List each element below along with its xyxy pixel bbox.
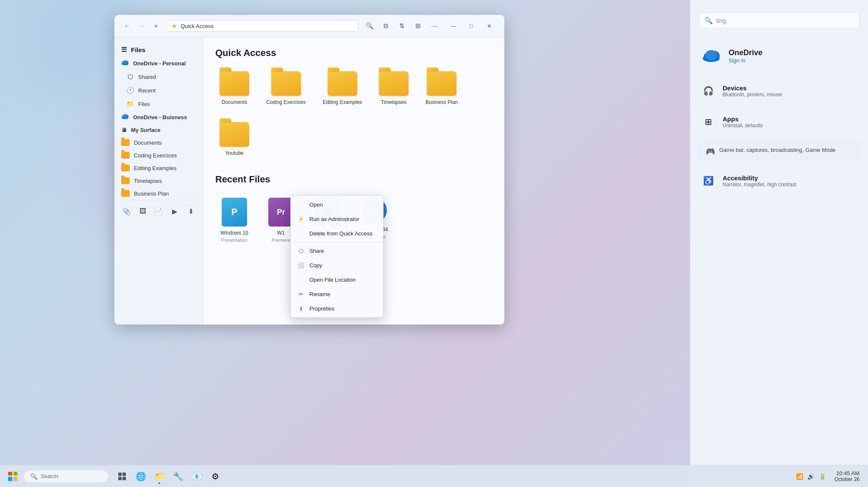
folder-timelapses-icon (121, 177, 130, 184)
folder-item-businessplan[interactable]: Business Plan (421, 67, 462, 109)
onedrive-subtitle[interactable]: Sign in (729, 57, 762, 64)
sidebar-folder-editing[interactable]: Editing Examples (114, 162, 203, 174)
wifi-icon: 📶 (796, 473, 803, 480)
sidebar-onedrive-personal[interactable]: OneDrive - Personal (114, 57, 203, 70)
forward-button[interactable]: → (136, 20, 147, 32)
context-menu-rename[interactable]: ✏ Rename (291, 287, 383, 301)
file-item-windows10[interactable]: P Windows 10 Presentation (215, 193, 253, 247)
folder-documents-icon (121, 139, 130, 146)
settings-search-bar[interactable]: 🔍 ting (699, 13, 860, 28)
new-tab-button[interactable]: + (150, 20, 162, 32)
copy-path-button[interactable]: ⧉ (379, 19, 392, 33)
onedrive-business-label: OneDrive - Buisness (133, 114, 187, 120)
sidebar-item-files[interactable]: 📁 Files (114, 97, 203, 111)
taskbar-system-icons: 📶 🔊 🔋 (796, 473, 826, 480)
folder-item-documents[interactable]: Documents (215, 67, 253, 109)
settings-apps[interactable]: ⊞ Apps Uninstall, defaults (690, 106, 868, 137)
recent-label: Recent (138, 87, 156, 94)
folder-editing-label-main: Editing Examples (323, 99, 362, 105)
taskbar-app-settings[interactable]: ⚙ (207, 468, 224, 485)
folder-item-coding[interactable]: Coding Exercices (262, 67, 310, 109)
sort-button[interactable]: ⇅ (395, 19, 409, 33)
sidebar-toolbar-btn-2[interactable]: 📄 (153, 204, 165, 218)
file-w1-label: W1 (277, 230, 285, 236)
folder-timelapses-label-main: Timelapses (381, 99, 407, 105)
taskbar-app-files[interactable]: 📁 (151, 468, 168, 485)
taskbar-clock[interactable]: 10:45 AM October 26 (831, 468, 863, 484)
taskbar-app-edge[interactable]: 🌐 (132, 468, 149, 485)
onedrive-signin-section[interactable]: OneDrive Sign in (690, 37, 868, 76)
sidebar-folder-coding[interactable]: Coding Exercices (114, 149, 203, 162)
file-windows10-sublabel: Presentation (221, 238, 248, 243)
taskbar-app-store[interactable]: 🔧 (170, 468, 186, 485)
svg-rect-14 (118, 477, 122, 480)
sidebar-header[interactable]: ☰ Files (114, 42, 203, 57)
context-menu-run-admin[interactable]: ⚡ Run as Adminstrator (291, 212, 383, 226)
settings-accessibility[interactable]: ♿ Accesibility Narrator, magnifier, high… (690, 165, 868, 196)
context-menu-open[interactable]: Open (291, 197, 383, 212)
folder-editing-icon (121, 165, 130, 171)
battery-icon: 🔋 (819, 473, 826, 480)
context-menu-share[interactable]: ⬡ Share (291, 244, 383, 258)
folder-item-youtube[interactable]: Youtube (215, 118, 253, 160)
more-options-button[interactable]: ⋯ (427, 19, 441, 33)
context-menu-copy[interactable]: ⬜ Copy (291, 258, 383, 272)
folder-documents-label: Documents (134, 140, 162, 146)
svg-point-7 (122, 60, 127, 64)
address-bar[interactable]: ★ Quick Access (166, 20, 359, 32)
taskbar-time: 10:45 AM (835, 470, 860, 476)
sidebar-onedrive-business[interactable]: OneDrive - Buisness (114, 111, 203, 124)
sidebar-toolbar-btn-4[interactable]: ⬇ (184, 204, 197, 218)
search-button[interactable]: 🔍 (363, 19, 376, 33)
volume-icon: 🔊 (807, 473, 815, 480)
file-w1-sublabel: Premiere (272, 238, 291, 243)
onedrive-icon (701, 45, 722, 67)
files-label: Files (138, 101, 150, 107)
folders-grid: Documents Coding Exercices Editing Examp… (215, 67, 492, 160)
sidebar-my-surface[interactable]: 🖥 My Surface (114, 124, 203, 136)
sidebar-folder-timelapses[interactable]: Timelapses (114, 174, 203, 187)
sidebar-toolbar-btn-0[interactable]: 📎 (120, 204, 133, 218)
copy-icon: ⬜ (298, 262, 304, 269)
accessibility-text: Accesibility Narrator, magnifier, high c… (723, 174, 796, 188)
accessibility-title: Accesibility (723, 174, 796, 182)
folder-item-editing[interactable]: Editing Examples (318, 67, 366, 109)
close-button[interactable]: ✕ (481, 19, 498, 33)
settings-search-text: ting (716, 17, 726, 24)
gaming-icon: 🎮 (706, 147, 715, 156)
taskbar-search-text: Search (41, 473, 58, 479)
view-button[interactable]: ⊞ (411, 19, 425, 33)
win-logo-cell-2 (14, 472, 18, 476)
context-menu-divider (291, 242, 383, 242)
taskbar-app-multitasking[interactable] (114, 468, 131, 485)
sidebar-item-recent[interactable]: 🕐 Recent (114, 84, 203, 97)
sidebar-toolbar-btn-1[interactable]: 🖼 (136, 204, 149, 218)
context-copy-label: Copy (309, 262, 322, 269)
my-surface-label: My Surface (131, 127, 160, 133)
hamburger-icon: ☰ (121, 46, 127, 53)
folder-editing-icon-lg (328, 71, 357, 96)
taskbar-search-bar[interactable]: 🔍 Search (24, 470, 108, 483)
start-button[interactable] (5, 469, 20, 484)
folder-item-timelapses[interactable]: Timelapses (375, 67, 413, 109)
my-surface-icon: 🖥 (121, 127, 127, 133)
back-button[interactable]: ← (121, 20, 133, 32)
sidebar-folder-documents[interactable]: Documents (114, 136, 203, 149)
apps-title: Apps (723, 115, 763, 123)
win-logo-cell-3 (8, 477, 12, 481)
pptx-letter: P (231, 207, 238, 218)
context-menu-open-location[interactable]: Open File Location (291, 272, 383, 287)
sidebar-folder-business[interactable]: Business Plan (114, 187, 203, 200)
context-menu-properties[interactable]: ℹ Propreties (291, 301, 383, 316)
sidebar: ☰ Files OneDrive - Personal (114, 37, 203, 325)
taskbar-app-mail[interactable]: 📧 (188, 468, 205, 485)
folder-timelapses-label: Timelapses (134, 178, 162, 184)
rename-icon: ✏ (298, 291, 304, 297)
settings-devices[interactable]: 🎧 Devices Bluetooth, printers, mouse (690, 76, 868, 106)
minimize-button[interactable]: — (445, 19, 462, 33)
maximize-button[interactable]: □ (463, 19, 480, 33)
sidebar-item-shared[interactable]: ⬡ Shared (114, 70, 203, 84)
context-menu-delete-quick-access[interactable]: Delete from Quick Access (291, 226, 383, 241)
sidebar-toolbar-btn-3[interactable]: ▶ (168, 204, 181, 218)
folder-documents-icon-lg (220, 71, 249, 96)
